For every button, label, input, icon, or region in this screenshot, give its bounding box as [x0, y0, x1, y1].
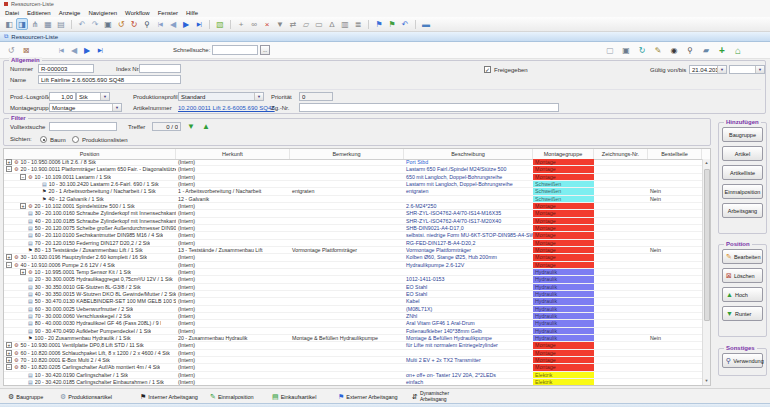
table-row[interactable]: ▤20 - 30.300.0005 Hydraulikaggregat 0,75… — [4, 276, 702, 283]
save-icon[interactable]: ▣ — [620, 44, 632, 56]
find-prev-icon[interactable]: ▲ — [202, 122, 210, 131]
transfer-icon[interactable]: ⇄ — [287, 18, 299, 30]
hoch-button[interactable]: ▲Hoch — [722, 287, 763, 302]
scrollbar-thumb[interactable] — [704, 169, 710, 321]
collapse-icon[interactable]: − — [20, 174, 26, 180]
quicksearch-input[interactable] — [212, 45, 258, 55]
list-icon[interactable]: ≣ — [352, 18, 364, 30]
table-row[interactable]: ▤70 - 20.120.0150 Federring DIN127 D20,2… — [4, 240, 702, 247]
expand-icon[interactable]: + — [20, 203, 26, 209]
table-row[interactable]: −⚙80 - 10.820.0205 Carlingschalter Auf/A… — [4, 364, 702, 371]
verwendung-button[interactable]: ⚲Verwendung — [722, 353, 763, 368]
menu-item-datei[interactable]: Datei — [5, 10, 19, 16]
losgroesse-unit-select[interactable]: Stk ▼ — [76, 92, 110, 101]
table-row[interactable]: ▤10 - 30.100.2420 Lastarm 2.6-Fairl. 690… — [4, 181, 702, 188]
table-row[interactable]: ▤30 - 30.350.0010 GE-Stutzen 8L-G3/8 / 2… — [4, 284, 702, 291]
table-row[interactable]: ⚑80 - 13 Teststände / Zusammenbau Lift /… — [4, 247, 702, 254]
menu-item-workflow[interactable]: Workflow — [125, 10, 150, 16]
losgroesse-field[interactable] — [49, 92, 76, 101]
table-row[interactable]: ▤40 - 20.100.0185 Schraube Zylinderkopf … — [4, 218, 702, 225]
chart-icon[interactable]: ▧ — [214, 18, 226, 30]
table-row[interactable]: −⚙10 - 10.109.0011 Lastarm / 1 Stk(Inter… — [4, 174, 702, 181]
table-row[interactable]: ▤20 - 30.420.0185 Carlingschalter Einbau… — [4, 379, 702, 385]
dropdown-icon[interactable]: ▼ — [112, 104, 121, 111]
save-icon[interactable]: ▣ — [102, 18, 114, 30]
form-icon[interactable]: ▭ — [313, 18, 325, 30]
undo-icon[interactable]: ↺ — [5, 44, 17, 56]
name-field[interactable] — [38, 75, 181, 84]
index-field[interactable] — [139, 64, 181, 73]
nav-prev-icon[interactable]: ◀ — [167, 18, 179, 30]
expand-icon[interactable]: + — [6, 357, 12, 363]
löschen-button[interactable]: ⊠Löschen — [722, 268, 763, 283]
scroll-down-icon[interactable]: ▼ — [703, 377, 710, 385]
zgnr-field[interactable] — [299, 103, 559, 112]
import-icon[interactable]: ▼ — [274, 18, 286, 30]
flag-blue-icon[interactable]: ⚑ — [373, 18, 385, 30]
home-icon[interactable]: ⌂ — [732, 44, 744, 56]
link-icon[interactable]: ∞ — [248, 18, 260, 30]
nav-next-icon[interactable]: ▶ — [180, 18, 192, 30]
refresh-icon[interactable]: ↻ — [128, 18, 140, 30]
nummer-field[interactable] — [38, 64, 94, 73]
view-grid-icon[interactable]: ▦ — [42, 18, 54, 30]
new-doc-icon[interactable]: ▢ — [604, 44, 616, 56]
gueltig-bis-field[interactable]: ▼ — [729, 65, 765, 74]
nav-first-icon[interactable]: |◀ — [154, 18, 166, 30]
prioritaet-field[interactable] — [299, 92, 333, 101]
view-detail-icon[interactable]: ◨ — [16, 18, 28, 30]
calendar-dropdown-icon[interactable]: ▼ — [717, 66, 726, 73]
menu-item-anzeige[interactable]: Anzeige — [59, 10, 81, 16]
nav-first-icon[interactable]: |◀ — [55, 44, 67, 56]
calendar-dropdown-icon[interactable]: ▼ — [755, 66, 764, 73]
table-row[interactable]: +⚙30 - 10.920.0196 Hauptzylinder 2.60 ko… — [4, 254, 702, 261]
table-row[interactable]: ▤10 - 30.420.0190 Carlingschalter / 1 St… — [4, 372, 702, 379]
table-row[interactable]: ⚑40 - 12 Galvanik / 1 Stk12 - GalvanikSc… — [4, 196, 702, 203]
table-row[interactable]: ▤80 - 40.000.0030 Hydraulikoel GF 46 (Fa… — [4, 320, 702, 327]
vertical-scrollbar[interactable]: ▲ ▼ — [702, 159, 710, 385]
column-header-zeichnungs-nr-[interactable]: Zeichnungs-Nr. — [594, 149, 648, 159]
produktionsprofil-select[interactable]: Standard ▼ — [178, 92, 264, 101]
edit-pen-icon[interactable]: ✎ — [652, 44, 664, 56]
table-row[interactable]: +⚙10 - 10.995.0001 Temp Sensor Kit / 1 S… — [4, 269, 702, 276]
table-row[interactable]: ⚑20 - 1 Arbeitsvorbereitung / Nacharbeit… — [4, 188, 702, 195]
table-row[interactable]: +⚙60 - 10.820.0006 Schlauchpaket Lift, 8… — [4, 350, 702, 357]
column-header-position[interactable]: Position — [4, 149, 176, 159]
menu-item-fenster[interactable]: Fenster — [158, 10, 178, 16]
table-row[interactable]: ▤60 - 20.110.0100 Sechskantmutter DIN985… — [4, 232, 702, 239]
scroll-up-icon[interactable]: ▲ — [703, 159, 710, 167]
table-row[interactable]: +⚙50 - 10.930.0001 Ventilplatte DP0,8 Li… — [4, 342, 702, 349]
undo-icon[interactable]: ↶ — [76, 18, 88, 30]
table-row[interactable]: ▤40 - 30.350.0015 W-Stutzen DKO 8L Gewin… — [4, 291, 702, 298]
freigegeben-checkbox[interactable]: ✓ — [484, 66, 491, 73]
table-row[interactable]: +⚙20 - 10.102.0001 Spindelstütze 500 / 1… — [4, 203, 702, 210]
menu-item-editieren[interactable]: Editieren — [27, 10, 51, 16]
artikelliste-button[interactable]: Artikelliste — [722, 165, 763, 180]
delete-row-icon[interactable]: ⊠ — [20, 44, 32, 56]
collapse-icon[interactable]: − — [6, 166, 12, 172]
gueltig-von-field[interactable]: 21.04.2016 ▼ — [689, 65, 727, 74]
table-row[interactable]: +⚙10 - 10.950.0006 Lift 2.6. / 8 Stk(Int… — [4, 159, 702, 166]
add-icon[interactable]: + — [716, 44, 728, 56]
find-next-icon[interactable]: ▼ — [187, 122, 195, 131]
volltextsuche-input[interactable] — [49, 122, 117, 131]
table-row[interactable]: +⚙70 - 10.820.0001 E-Box Multi 2 / 4 Stk… — [4, 357, 702, 364]
expand-icon[interactable]: + — [6, 342, 12, 348]
expand-icon[interactable]: + — [20, 269, 26, 275]
baugruppe-button[interactable]: Baugruppe — [722, 127, 763, 142]
nav-last-icon[interactable]: ▶| — [94, 44, 106, 56]
einmalposition-button[interactable]: Einmalposition — [722, 184, 763, 199]
bearbeiten-button[interactable]: ✎Bearbeiten — [722, 249, 763, 264]
column-header-montagegruppe[interactable]: Montagegruppe — [533, 149, 594, 159]
lock-icon[interactable]: ◉ — [668, 44, 680, 56]
column-header-bestellteile[interactable]: Bestellteile — [648, 149, 702, 159]
table-row[interactable]: ▤70 - 30.000.0060 Verschlusskegel / 2 St… — [4, 313, 702, 320]
menu-item-hilfe[interactable]: Hilfe — [186, 10, 198, 16]
runter-button[interactable]: ▼Runter — [722, 306, 763, 321]
dropdown-icon[interactable]: ▼ — [254, 93, 263, 100]
column-header-beschreibung[interactable]: Beschreibung — [404, 149, 533, 159]
nav-prev-icon[interactable]: ◀ — [68, 44, 80, 56]
artikel-button[interactable]: Artikel — [722, 146, 763, 161]
montagegruppe-select[interactable]: Montage ▼ — [49, 103, 122, 112]
table-row[interactable]: ▤60 - 30.000.0025 Uebenwurfmutter / 2 St… — [4, 306, 702, 313]
